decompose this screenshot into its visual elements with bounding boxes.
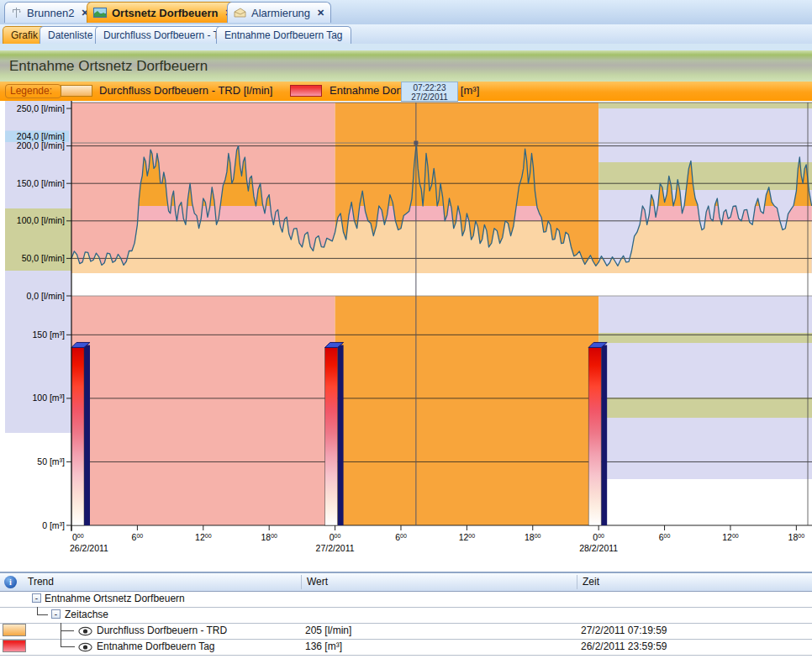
svg-text:000: 000 xyxy=(593,532,604,542)
series-name: Entnahme Dorfbeuern Tag xyxy=(97,641,215,652)
svg-text:250,0 [l/min]: 250,0 [l/min] xyxy=(17,103,65,113)
tab-label: Ortsnetz Dorfbeuern xyxy=(112,7,218,19)
olive-band-top-2 xyxy=(598,162,812,190)
svg-text:27/2/2011: 27/2/2011 xyxy=(316,543,355,553)
tab-label: Entnahme Dorfbeuern Tag xyxy=(224,29,343,41)
tab-datenliste[interactable]: Datenliste xyxy=(40,26,101,44)
svg-text:000: 000 xyxy=(72,532,84,542)
svg-text:50 [m³]: 50 [m³] xyxy=(37,456,65,467)
column-header-zeit[interactable]: Zeit xyxy=(583,576,599,588)
collapse-icon[interactable]: - xyxy=(51,609,61,619)
main-tab-bar: Brunnen2 ✕ Ortsnetz Dorfbeuern ✕ Alarmie… xyxy=(0,0,812,25)
series-value: 205 [l/min] xyxy=(305,625,351,636)
svg-text:150,0 [l/min]: 150,0 [l/min] xyxy=(17,178,65,188)
view-tab-bar: Grafik Datenliste Durchfluss Dorfbeuern … xyxy=(0,24,812,45)
svg-text:600: 600 xyxy=(659,532,671,542)
tab-ortsnetz-dorfbeuern[interactable]: Ortsnetz Dorfbeuern ✕ xyxy=(87,2,240,23)
svg-text:1200: 1200 xyxy=(722,532,739,542)
svg-text:50,0 [l/min]: 50,0 [l/min] xyxy=(22,253,65,263)
table-row-durchfluss[interactable]: Durchfluss Dorfbeuern - TRD 205 [l/min] … xyxy=(0,623,812,640)
day-band-28-2-bottom xyxy=(598,296,812,479)
visibility-eye-icon[interactable] xyxy=(78,642,92,652)
tab-label: Grafik xyxy=(11,29,38,41)
app-window: Brunnen2 ✕ Ortsnetz Dorfbeuern ✕ Alarmie… xyxy=(0,0,812,659)
svg-text:204,0 [l/min]: 204,0 [l/min] xyxy=(17,131,65,141)
tab-alarmierung[interactable]: Alarmierung ✕ xyxy=(227,2,331,23)
series-swatch-durchfluss xyxy=(3,624,26,636)
series-swatch-entnahme xyxy=(3,640,26,652)
close-icon[interactable]: ✕ xyxy=(317,8,324,18)
svg-text:0,0 [l/min]: 0,0 [l/min] xyxy=(26,291,65,301)
olive-band-bottom-2 xyxy=(598,398,812,418)
tree-connector xyxy=(61,630,74,631)
info-icon[interactable]: i xyxy=(4,576,17,588)
tree-row-zeitachse[interactable]: - Zeitachse xyxy=(0,607,812,624)
cursor-tooltip: 07:22:23 27/2/2011 xyxy=(401,82,458,102)
tab-label: Durchfluss Dorfbeuern - TRD xyxy=(103,29,234,41)
well-icon xyxy=(11,7,22,18)
legend-label: Legende: xyxy=(5,84,61,98)
trend-chart-area[interactable]: 250,0 [l/min]200,0 [l/min]150,0 [l/min]1… xyxy=(0,101,812,572)
series-time: 27/2/2011 07:19:59 xyxy=(581,625,667,636)
visibility-eye-icon[interactable] xyxy=(78,626,92,636)
column-header-trend[interactable]: Trend xyxy=(28,576,54,588)
legend-item-durchfluss: Durchfluss Dorfbeuern - TRD [l/min] xyxy=(99,84,272,97)
legend-swatch-durchfluss xyxy=(61,85,92,97)
cursor-date: 27/2/2011 xyxy=(402,92,457,102)
svg-text:150 [m³]: 150 [m³] xyxy=(32,330,65,340)
tab-label: Datenliste xyxy=(48,29,92,41)
svg-text:1800: 1800 xyxy=(788,532,805,542)
column-separator xyxy=(577,575,577,589)
svg-text:100,0 [l/min]: 100,0 [l/min] xyxy=(17,215,65,225)
column-header-wert[interactable]: Wert xyxy=(307,576,328,588)
collapse-icon[interactable]: - xyxy=(32,593,41,603)
svg-text:100 [m³]: 100 [m³] xyxy=(32,393,65,403)
series-time: 26/2/2011 23:59:59 xyxy=(581,641,667,652)
trend-data-panel: i Trend Wert Zeit - Entnahme Ortsnetz Do… xyxy=(0,572,812,659)
svg-text:26/2/2011: 26/2/2011 xyxy=(70,543,108,553)
table-row-entnahme[interactable]: Entnahme Dorfbeuern Tag 136 [m³] 26/2/20… xyxy=(0,639,812,656)
svg-text:600: 600 xyxy=(132,532,144,542)
white-band-top xyxy=(71,273,812,296)
day-band-26-2-bottom xyxy=(71,296,335,525)
tree-root-label: Entnahme Ortsnetz Dorfbeuern xyxy=(45,593,185,604)
tab-brunnen2[interactable]: Brunnen2 ✕ xyxy=(4,2,96,23)
column-separator xyxy=(301,575,302,589)
svg-text:000: 000 xyxy=(330,532,341,542)
day-band-27-2-bottom xyxy=(335,296,599,525)
mail-icon xyxy=(234,8,246,18)
spacer-strip xyxy=(0,44,812,50)
svg-text:28/2/2011: 28/2/2011 xyxy=(579,543,618,553)
trend-chart[interactable]: 250,0 [l/min]200,0 [l/min]150,0 [l/min]1… xyxy=(0,101,812,572)
page-title-bar: Entnahme Ortsnetz Dorfbeuern xyxy=(0,50,812,82)
legend-swatch-entnahme xyxy=(290,85,322,97)
tree-connector xyxy=(61,639,75,647)
cursor-time: 07:22:23 xyxy=(402,83,457,92)
tree-row-root[interactable]: - Entnahme Ortsnetz Dorfbeuern xyxy=(0,591,812,608)
svg-text:1800: 1800 xyxy=(525,532,541,542)
page-title: Entnahme Ortsnetz Dorfbeuern xyxy=(0,58,208,75)
series-name: Durchfluss Dorfbeuern - TRD xyxy=(97,625,227,636)
svg-text:1200: 1200 xyxy=(459,532,476,542)
tree-axis-label: Zeitachse xyxy=(65,609,108,620)
tab-label: Alarmierung xyxy=(251,7,310,19)
tab-entnahme-tag[interactable]: Entnahme Dorfbeuern Tag xyxy=(216,26,351,44)
olive-band-bottom-1 xyxy=(598,333,812,343)
olive-band-top-1 xyxy=(598,103,812,108)
svg-text:1800: 1800 xyxy=(261,532,277,542)
picture-icon xyxy=(93,8,107,18)
svg-text:600: 600 xyxy=(395,532,407,542)
tab-label: Brunnen2 xyxy=(27,7,74,19)
table-header: i Trend Wert Zeit xyxy=(0,573,812,592)
series-value: 136 [m³] xyxy=(305,641,342,652)
svg-text:1200: 1200 xyxy=(195,532,212,542)
tree-connector xyxy=(37,607,48,615)
svg-text:0 [m³]: 0 [m³] xyxy=(42,520,65,530)
